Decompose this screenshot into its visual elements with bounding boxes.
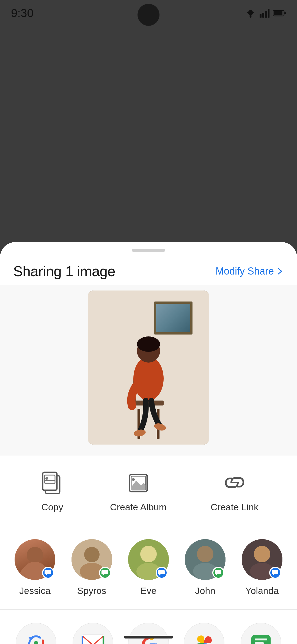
app-photos[interactable]: Photos [184, 623, 224, 644]
svg-point-17 [137, 336, 160, 352]
svg-rect-53 [255, 638, 267, 640]
contact-yolanda[interactable]: Yolanda [242, 539, 282, 596]
status-time: 9:30 [11, 7, 34, 20]
svg-point-18 [133, 429, 146, 437]
svg-point-33 [84, 547, 100, 562]
album-icon-container [125, 469, 152, 496]
jessica-avatar-wrapper [15, 539, 55, 580]
person-figure [116, 329, 182, 445]
app-nearby-share[interactable]: Nearby Share [14, 623, 58, 644]
gmail-logo [81, 634, 105, 644]
album-icon [127, 470, 149, 495]
svg-point-42 [254, 546, 270, 562]
camera-pill [138, 4, 160, 26]
svg-point-44 [34, 641, 38, 644]
nearby-share-logo [24, 631, 48, 644]
svg-rect-9 [274, 11, 282, 15]
yolanda-name: Yolanda [245, 585, 279, 596]
contact-eve[interactable]: Eve [128, 539, 169, 596]
status-bar: 9:30 [0, 0, 297, 20]
drag-handle [132, 249, 165, 252]
status-icons [245, 9, 286, 18]
photo-wall [88, 291, 209, 445]
signal-icon [260, 9, 270, 18]
create-album-button[interactable]: Create Album [110, 469, 167, 513]
svg-point-15 [133, 357, 164, 401]
eve-avatar-wrapper [128, 539, 169, 580]
google-chat-logo [249, 631, 273, 644]
svg-rect-7 [268, 9, 270, 18]
sheet-header: Sharing 1 image Modify Share [0, 252, 297, 285]
action-buttons-row: Copy Create Album [0, 456, 297, 526]
svg-point-30 [27, 547, 43, 563]
wifi-icon [245, 9, 256, 18]
modify-share-label: Modify Share [216, 265, 274, 277]
create-link-button[interactable]: Create Link [211, 469, 258, 513]
photos-icon [184, 623, 224, 644]
messages-badge-icon [101, 569, 109, 576]
chat-badge-icon-eve [158, 569, 165, 576]
link-icon-container [221, 469, 248, 496]
john-badge [212, 567, 224, 579]
yolanda-avatar-wrapper [242, 539, 282, 580]
copy-button[interactable]: Copy [38, 469, 66, 513]
contacts-row: Jessica [7, 539, 290, 596]
apps-row: Nearby Share Gmail [7, 623, 290, 644]
yolanda-badge [269, 567, 281, 579]
svg-point-24 [45, 477, 48, 480]
svg-rect-4 [260, 14, 262, 18]
app-gmail[interactable]: Gmail [73, 623, 113, 644]
home-indicator [124, 636, 173, 638]
john-name: John [195, 585, 215, 596]
link-icon [221, 470, 248, 495]
contact-john[interactable]: John [185, 539, 226, 596]
copy-label: Copy [41, 502, 63, 513]
chevron-right-icon [276, 267, 284, 275]
contact-spyros[interactable]: Spyros [72, 539, 112, 596]
svg-point-36 [140, 546, 157, 562]
spyros-avatar-wrapper [72, 539, 112, 580]
photos-logo [192, 631, 216, 644]
app-google[interactable]: Google [128, 623, 169, 644]
svg-rect-47 [82, 635, 104, 644]
contact-jessica[interactable]: Jessica [15, 539, 55, 596]
svg-rect-54 [255, 642, 264, 644]
bottom-sheet: Sharing 1 image Modify Share [0, 242, 297, 644]
chat-badge-icon-yolanda [272, 569, 279, 576]
battery-icon [273, 9, 286, 17]
svg-rect-6 [265, 11, 267, 18]
jessica-name: Jessica [20, 585, 51, 596]
google-chat-icon [241, 623, 281, 644]
spyros-badge [99, 567, 111, 579]
messages-badge-icon-john [215, 569, 222, 576]
create-album-label: Create Album [110, 502, 167, 513]
svg-point-39 [197, 546, 213, 562]
eve-name: Eve [141, 585, 157, 596]
copy-icon-container [38, 469, 66, 496]
google-icon [128, 623, 169, 644]
nearby-share-icon [16, 623, 56, 644]
svg-rect-10 [284, 12, 286, 14]
svg-point-3 [250, 16, 252, 18]
svg-rect-5 [262, 13, 264, 18]
jessica-badge [42, 567, 54, 579]
apps-section: Nearby Share Gmail [0, 610, 297, 644]
shared-image-preview [88, 291, 209, 445]
create-link-label: Create Link [211, 502, 258, 513]
spyros-name: Spyros [77, 585, 106, 596]
gmail-icon [73, 623, 113, 644]
contacts-section: Jessica [0, 526, 297, 610]
john-avatar-wrapper [185, 539, 226, 580]
dark-background [0, 0, 297, 264]
chat-badge-icon [45, 569, 52, 576]
sharing-title: Sharing 1 image [13, 263, 115, 279]
eve-badge [156, 567, 168, 579]
svg-point-27 [132, 478, 135, 481]
image-preview-section [0, 285, 297, 456]
copy-icon [41, 470, 63, 495]
app-google-chat[interactable]: Google Chat [239, 623, 283, 644]
modify-share-button[interactable]: Modify Share [216, 265, 284, 277]
